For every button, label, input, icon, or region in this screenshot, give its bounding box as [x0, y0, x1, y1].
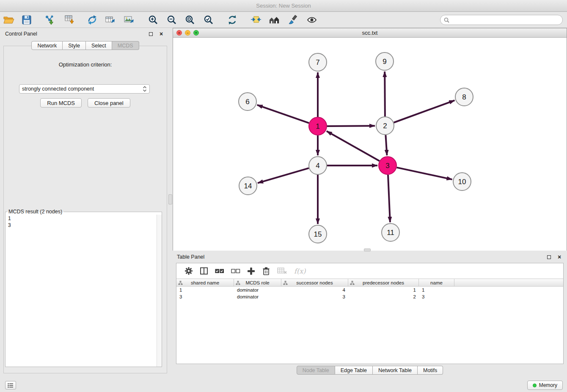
export-table-button[interactable] — [104, 14, 117, 26]
export-network-button[interactable] — [86, 14, 99, 26]
zoom-in-button[interactable] — [147, 14, 160, 26]
zoom-out-button[interactable] — [165, 14, 178, 26]
task-history-button[interactable] — [5, 381, 16, 389]
open-file-button[interactable] — [3, 14, 15, 26]
import-network-button[interactable] — [44, 14, 56, 26]
status-bar: Memory — [0, 379, 567, 392]
result-scrollbar[interactable] — [157, 215, 162, 367]
memory-button-label: Memory — [539, 382, 557, 388]
float-icon — [547, 255, 551, 259]
zoom-out-icon — [167, 15, 177, 25]
column-label: name — [430, 280, 443, 285]
hierarchy-icon — [283, 281, 288, 285]
graph-node-label: 9 — [383, 58, 386, 66]
tab-select[interactable]: Select — [86, 41, 112, 50]
tab-mcds[interactable]: MCDS — [112, 41, 139, 50]
close-panel-button-bottom[interactable]: Close panel — [88, 98, 130, 108]
maximize-window-button[interactable]: + — [193, 30, 199, 36]
column-header-shared-name[interactable]: shared name — [176, 279, 234, 286]
tab-network[interactable]: Network — [31, 41, 63, 50]
close-table-panel-button[interactable]: × — [556, 254, 563, 260]
import-table-icon — [64, 15, 75, 25]
window-titlebar: Session: New Session — [0, 0, 567, 12]
tab-node-table[interactable]: Node Table — [297, 366, 335, 375]
graph-edge-2-8[interactable] — [394, 100, 455, 122]
graph-edge-1-2[interactable] — [327, 126, 375, 126]
unselect-all-columns-button[interactable] — [231, 266, 240, 276]
network-window-titlebar: scc.txt × − + — [173, 28, 567, 38]
column-label: shared name — [191, 280, 219, 285]
tab-motifs[interactable]: Motifs — [418, 366, 443, 375]
folder-open-icon — [3, 15, 14, 25]
graph-edge-2-3[interactable] — [385, 135, 387, 155]
table-settings-button[interactable] — [184, 266, 193, 276]
grid-delete-icon — [277, 267, 287, 275]
column-label: MCDS role — [245, 280, 269, 285]
gear-icon — [184, 267, 193, 275]
graph-edge-4-14[interactable] — [258, 168, 309, 183]
graph-edge-3-10[interactable] — [397, 168, 452, 179]
graph-edge-3-1[interactable] — [327, 131, 380, 161]
minimize-window-button[interactable]: − — [185, 30, 190, 36]
horizontal-splitter-handle[interactable] — [364, 248, 371, 251]
create-column-button[interactable] — [247, 266, 255, 276]
select-all-columns-button[interactable] — [215, 266, 224, 276]
import-table-button[interactable] — [63, 14, 76, 26]
show-details-button[interactable] — [306, 14, 318, 26]
first-neighbors-button[interactable] — [250, 14, 262, 26]
zoom-fit-icon — [185, 15, 195, 25]
network-overview-button[interactable] — [268, 14, 281, 26]
vertical-splitter-handle[interactable] — [168, 194, 172, 204]
float-panel-button[interactable] — [147, 30, 154, 37]
mcds-result-title: MCDS result (2 nodes) — [7, 209, 63, 215]
network-canvas[interactable]: 7968124314101511 — [173, 38, 567, 251]
close-icon: × — [558, 255, 561, 259]
graph-edge-3-11[interactable] — [388, 175, 390, 222]
run-mcds-button[interactable]: Run MCDS — [40, 98, 82, 108]
table-panel-tabs: Node Table Edge Table Network Table Moti… — [173, 366, 567, 375]
tab-style[interactable]: Style — [63, 41, 86, 50]
search-field[interactable] — [440, 15, 563, 25]
column-header-mcds-role[interactable]: MCDS role — [234, 279, 281, 286]
table-cell: 1 — [348, 287, 419, 293]
hierarchy-icon — [178, 281, 183, 285]
float-table-panel-button[interactable] — [545, 254, 552, 260]
export-image-icon — [124, 15, 135, 25]
graph-edge-1-6[interactable] — [257, 105, 309, 123]
control-panel: Control Panel × Network Style Select MCD… — [3, 29, 167, 373]
paintbrush-icon — [288, 15, 298, 25]
close-panel-button[interactable]: × — [158, 30, 165, 37]
float-icon — [149, 32, 153, 36]
graph-edge-2-9[interactable] — [385, 72, 385, 116]
save-session-button[interactable] — [20, 14, 33, 26]
style-paint-button[interactable] — [286, 14, 299, 26]
column-header-successor-nodes[interactable]: successor nodes — [281, 279, 348, 286]
delete-column-button[interactable] — [262, 266, 270, 276]
table-cell: 3 — [419, 293, 454, 300]
criterion-dropdown-value: strongly connected component — [22, 86, 94, 92]
graph-node-label: 8 — [462, 93, 466, 101]
table-row[interactable]: 3dominator323 — [176, 293, 563, 300]
export-image-button[interactable] — [123, 14, 135, 26]
table-row[interactable]: 1dominator411 — [176, 287, 563, 293]
table-cell: 3 — [281, 293, 348, 300]
column-header-name[interactable]: name — [419, 279, 454, 286]
show-columns-button[interactable] — [200, 266, 208, 276]
table-cell: 4 — [281, 287, 348, 293]
criterion-dropdown[interactable]: strongly connected component — [19, 84, 150, 94]
table-cell: 2 — [348, 293, 419, 300]
memory-button[interactable]: Memory — [527, 381, 563, 390]
hierarchy-icon — [236, 281, 240, 285]
close-window-button[interactable]: × — [176, 30, 182, 36]
refresh-layout-button[interactable] — [226, 14, 239, 26]
table-header-row: shared name MCDS role successor nodes pr… — [176, 279, 563, 287]
tab-network-table[interactable]: Network Table — [373, 366, 418, 375]
tab-edge-table[interactable]: Edge Table — [335, 366, 373, 375]
search-input[interactable] — [451, 17, 559, 23]
column-header-predecessor-nodes[interactable]: predecessor nodes — [348, 279, 419, 286]
table-panel: Table Panel × — [173, 252, 567, 376]
zoom-selected-button[interactable] — [202, 14, 215, 26]
control-panel-header: Control Panel × — [3, 29, 167, 39]
hierarchy-icon — [350, 281, 355, 285]
zoom-fit-button[interactable] — [184, 14, 196, 26]
